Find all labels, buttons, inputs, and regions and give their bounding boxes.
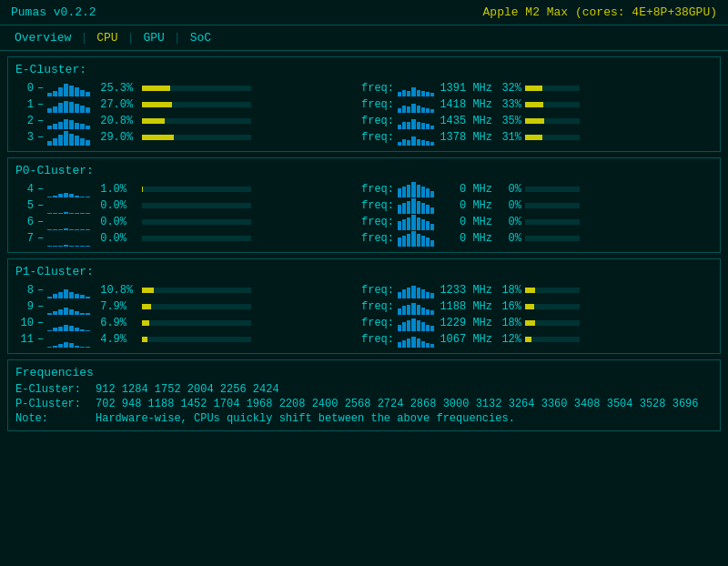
freq-bar-fill-9 xyxy=(525,304,534,309)
spark-bar xyxy=(69,86,74,96)
freq-value-0: 1391 MHz xyxy=(438,82,492,95)
nav-item-soc[interactable]: SoC xyxy=(183,29,218,46)
p-cluster-freq-label: P-Cluster: xyxy=(15,398,88,410)
freq-sparkline-1 xyxy=(398,96,434,113)
freq-spark-bar xyxy=(407,288,410,298)
spark-bar xyxy=(80,106,85,113)
core-id-4: 4 xyxy=(15,183,34,196)
freq-label-5: freq: xyxy=(361,199,394,212)
core-dash-6: – xyxy=(37,216,44,228)
cpu-row-11: 11–4.9%freq:1067 MHz12% xyxy=(15,331,713,348)
spark-bar xyxy=(58,135,63,146)
usage-pct-0: 25.3% xyxy=(100,82,136,95)
freq-label-1: freq: xyxy=(361,98,394,111)
freq-value-9: 1188 MHz xyxy=(438,300,492,313)
spark-bar xyxy=(75,246,79,247)
cpu-row-0: 0–25.3%freq:1391 MHz32% xyxy=(15,80,713,96)
spark-bar xyxy=(58,87,63,96)
freq-spark-bar xyxy=(402,90,406,96)
freq-label-11: freq: xyxy=(361,333,394,346)
usage-bar-fill-0 xyxy=(142,86,169,91)
freq-pct-9: 16% xyxy=(496,300,521,313)
usage-bar-fill-4 xyxy=(142,187,143,192)
freq-spark-bar xyxy=(426,292,430,298)
cpu-row-9: 9–7.9%freq:1188 MHz16% xyxy=(15,298,713,315)
usage-pct-3: 29.0% xyxy=(100,131,136,144)
freq-bar-2 xyxy=(525,118,580,124)
spark-bar xyxy=(64,245,68,247)
freq-spark-bar xyxy=(417,288,420,298)
spark-bar xyxy=(64,325,68,331)
freq-bar-1 xyxy=(525,102,580,107)
freq-spark-bar xyxy=(417,217,420,230)
freq-spark-bar xyxy=(430,142,434,146)
freq-spark-bar xyxy=(417,139,420,146)
usage-bar-fill-9 xyxy=(142,304,150,309)
nav-item-cpu[interactable]: CPU xyxy=(89,29,125,46)
core-dash-0: – xyxy=(37,82,44,95)
usage-sparkline-4 xyxy=(47,181,93,197)
freq-spark-bar xyxy=(402,340,406,348)
core-id-6: 6 xyxy=(15,216,34,228)
freq-pct-8: 18% xyxy=(496,284,521,297)
freq-spark-bar xyxy=(421,219,425,230)
core-id-8: 8 xyxy=(15,284,34,297)
spark-bar xyxy=(80,138,85,146)
usage-pct-4: 1.0% xyxy=(100,183,136,196)
usage-bar-11 xyxy=(142,337,251,342)
core-id-9: 9 xyxy=(15,300,34,313)
freq-spark-bar xyxy=(421,123,425,129)
core-id-2: 2 xyxy=(15,115,34,127)
freq-value-10: 1229 MHz xyxy=(438,317,492,329)
usage-bar-6 xyxy=(142,219,251,225)
core-id-7: 7 xyxy=(15,232,34,245)
spark-bar xyxy=(58,246,63,247)
freq-sparkline-4 xyxy=(398,181,434,197)
usage-bar-2 xyxy=(142,118,251,124)
spark-bar xyxy=(69,102,74,113)
freq-spark-bar xyxy=(402,106,406,113)
freq-spark-bar xyxy=(398,308,401,315)
nav-item-gpu[interactable]: GPU xyxy=(136,29,171,46)
usage-sparkline-5 xyxy=(47,197,93,214)
usage-bar-fill-11 xyxy=(142,337,147,342)
usage-bar-4 xyxy=(142,187,251,192)
freq-pct-2: 35% xyxy=(496,115,521,127)
usage-pct-2: 20.8% xyxy=(100,115,136,127)
nav-item-overview[interactable]: Overview xyxy=(7,29,78,46)
freq-spark-bar xyxy=(430,344,434,348)
freq-sparkline-6 xyxy=(398,214,434,230)
spark-bar xyxy=(69,343,74,348)
frequencies-box: FrequenciesE-Cluster:912 1284 1752 2004 … xyxy=(7,359,721,431)
freq-spark-bar xyxy=(426,141,430,146)
freq-spark-bar xyxy=(426,343,430,348)
usage-sparkline-10 xyxy=(47,315,93,331)
freq-spark-bar xyxy=(402,187,406,197)
p-cluster-freq-line: P-Cluster:702 948 1188 1452 1704 1968 22… xyxy=(15,398,713,410)
freq-spark-bar xyxy=(417,320,420,331)
freq-value-11: 1067 MHz xyxy=(438,333,492,346)
freq-spark-bar xyxy=(417,339,420,348)
freq-pct-5: 0% xyxy=(496,199,521,212)
freq-spark-bar xyxy=(402,219,406,230)
freq-spark-bar xyxy=(402,203,406,214)
freq-bar-fill-2 xyxy=(525,118,544,124)
freq-label-6: freq: xyxy=(361,216,394,228)
spark-bar xyxy=(80,246,85,247)
freq-sparkline-11 xyxy=(398,331,434,348)
cluster-title-p1-cluster: P1-Cluster: xyxy=(15,265,713,278)
freq-spark-bar xyxy=(417,185,420,197)
freq-spark-bar xyxy=(407,140,410,146)
freq-spark-bar xyxy=(426,238,430,247)
usage-bar-3 xyxy=(142,135,251,140)
core-dash-4: – xyxy=(37,183,44,196)
spark-bar xyxy=(58,344,63,348)
freq-bar-fill-3 xyxy=(525,135,542,140)
usage-pct-7: 0.0% xyxy=(100,232,136,245)
freq-value-5: 0 MHz xyxy=(438,199,492,212)
freq-pct-1: 33% xyxy=(496,98,521,111)
spark-bar xyxy=(64,101,68,113)
spark-bar xyxy=(75,136,79,146)
freq-label-2: freq: xyxy=(361,115,394,127)
freq-spark-bar xyxy=(421,236,425,247)
